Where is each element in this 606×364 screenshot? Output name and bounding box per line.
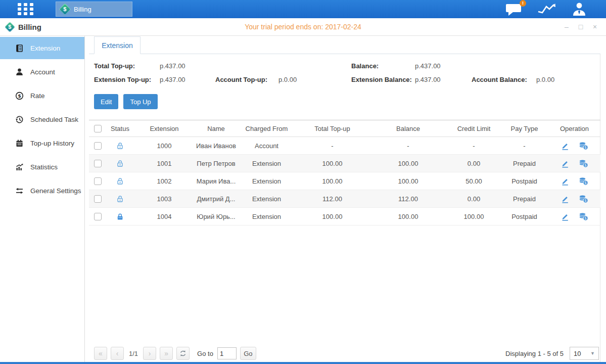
table-header-row: Status Extension Name Charged From Total… xyxy=(89,120,600,137)
billing-app-icon: $ xyxy=(59,3,71,15)
refresh-icon xyxy=(179,350,187,357)
go-button[interactable]: Go xyxy=(240,347,256,360)
extensions-table: Status Extension Name Charged From Total… xyxy=(89,120,600,225)
column-header-name[interactable]: Name xyxy=(195,120,238,137)
column-header-balance[interactable]: Balance xyxy=(369,120,447,137)
sidebar-item-label: General Settings xyxy=(30,187,81,195)
goto-page-input[interactable] xyxy=(217,347,237,359)
svg-text:$: $ xyxy=(584,163,586,167)
column-header-operation: Operation xyxy=(548,120,600,137)
row-checkbox[interactable] xyxy=(94,195,102,203)
cell-charged-from: Extension xyxy=(238,190,296,208)
cell-name: Юрий Юрь... xyxy=(195,208,238,225)
sidebar-item-account[interactable]: Account xyxy=(0,61,84,83)
minimize-button[interactable]: – xyxy=(562,22,572,32)
lock-open-status-icon xyxy=(116,177,124,186)
edit-extension-icon[interactable] xyxy=(561,159,570,168)
column-header-total-topup[interactable]: Total Top-up xyxy=(296,120,369,137)
edit-extension-icon[interactable] xyxy=(561,195,570,203)
edit-extension-icon[interactable] xyxy=(561,212,570,221)
cell-pay-type: Prepaid xyxy=(500,155,548,172)
window-titlebar: $ Billing Your trial period ends on: 201… xyxy=(0,18,606,36)
close-button[interactable]: × xyxy=(590,22,600,32)
cell-extension: 1000 xyxy=(134,137,195,155)
cell-extension: 1004 xyxy=(134,208,195,225)
top-up-extension-icon[interactable]: $ xyxy=(579,142,588,150)
refresh-button[interactable] xyxy=(176,347,190,360)
cell-credit-limit: 50.00 xyxy=(447,172,500,190)
column-header-charged-from[interactable]: Charged From xyxy=(238,120,296,137)
cell-name: Иван Иванов xyxy=(195,137,238,155)
cell-total-topup: 100.00 xyxy=(296,172,369,190)
lock-open-status-icon xyxy=(116,195,124,203)
edit-button[interactable]: Edit xyxy=(94,94,118,109)
row-checkbox[interactable] xyxy=(94,213,102,220)
cell-balance: 100.00 xyxy=(369,155,447,172)
table-row[interactable]: 1003 Дмитрий Д... Extension 112.00 112.0… xyxy=(89,190,600,208)
sidebar-item-general-settings[interactable]: General Settings xyxy=(0,179,84,202)
column-header-pay-type[interactable]: Pay Type xyxy=(500,120,548,137)
cell-total-topup: - xyxy=(296,137,369,155)
page-indicator: 1/1 xyxy=(129,350,138,357)
cell-credit-limit: 0.00 xyxy=(447,155,500,172)
tab-strip: Extension xyxy=(89,36,600,54)
notification-badge: ! xyxy=(520,0,526,7)
goto-label: Go to xyxy=(197,350,213,357)
apps-grid-icon[interactable] xyxy=(17,3,34,16)
top-up-extension-icon[interactable]: $ xyxy=(579,177,588,186)
edit-extension-icon[interactable] xyxy=(561,142,570,150)
sidebar-item-statistics[interactable]: Statistics xyxy=(0,156,84,178)
cell-charged-from: Extension xyxy=(238,208,296,225)
person-icon xyxy=(15,68,24,76)
row-checkbox[interactable] xyxy=(94,142,102,150)
cell-credit-limit: 100.00 xyxy=(447,208,500,225)
top-up-button[interactable]: Top Up xyxy=(123,94,157,109)
user-account-icon[interactable] xyxy=(571,2,588,16)
first-page-button[interactable]: « xyxy=(94,347,107,360)
cell-name: Мария Ива... xyxy=(195,172,238,190)
sidebar-item-label: Statistics xyxy=(30,163,58,171)
cell-balance: 112.00 xyxy=(369,190,447,208)
table-row[interactable]: 1001 Петр Петров Extension 100.00 100.00… xyxy=(89,155,600,172)
cell-name: Дмитрий Д... xyxy=(195,190,238,208)
table-row[interactable]: 1004 Юрий Юрь... Extension 100.00 100.00… xyxy=(89,208,600,225)
next-page-button[interactable]: › xyxy=(143,347,156,360)
cell-total-topup: 100.00 xyxy=(296,208,369,225)
sidebar-item-extension[interactable]: Extension xyxy=(0,37,84,59)
row-checkbox[interactable] xyxy=(94,177,102,185)
row-checkbox[interactable] xyxy=(94,160,102,167)
extension-balance-label: Extension Balance: xyxy=(351,76,415,83)
table-row[interactable]: 1000 Иван Иванов Account - - - - xyxy=(89,137,600,155)
taskbar-billing-item[interactable]: $ Billing xyxy=(56,2,132,17)
extension-balance-value: p.437.00 xyxy=(415,76,472,83)
table-row[interactable]: 1002 Мария Ива... Extension 100.00 100.0… xyxy=(89,172,600,190)
sidebar-item-rate[interactable]: $ Rate xyxy=(0,84,84,107)
select-all-checkbox[interactable] xyxy=(94,125,102,132)
cell-pay-type: Postpaid xyxy=(500,208,548,225)
column-header-extension[interactable]: Extension xyxy=(134,120,195,137)
column-header-credit-limit[interactable]: Credit Limit xyxy=(447,120,500,137)
maximize-button[interactable]: □ xyxy=(576,22,586,32)
lock-closed-status-icon xyxy=(116,212,124,221)
total-topup-value: p.437.00 xyxy=(160,62,215,70)
sidebar-item-scheduled-task[interactable]: Scheduled Task xyxy=(0,108,84,130)
sidebar-item-topup-history[interactable]: Top-up History xyxy=(0,132,84,154)
pagination-bar: « ‹ 1/1 › » Go to Go xyxy=(94,347,600,360)
top-up-extension-icon[interactable]: $ xyxy=(579,212,588,221)
top-up-extension-icon[interactable]: $ xyxy=(579,159,588,168)
edit-extension-icon[interactable] xyxy=(561,177,570,186)
cell-pay-type: - xyxy=(500,137,548,155)
account-topup-value: p.0.00 xyxy=(278,76,351,83)
previous-page-button[interactable]: ‹ xyxy=(111,347,124,360)
notifications-icon[interactable]: ! xyxy=(505,3,523,16)
account-balance-label: Account Balance: xyxy=(472,76,536,83)
resource-monitor-icon[interactable] xyxy=(537,3,556,16)
cell-balance: - xyxy=(369,137,447,155)
column-header-status[interactable]: Status xyxy=(106,120,134,137)
sidebar-item-label: Rate xyxy=(30,92,45,100)
last-page-button[interactable]: » xyxy=(160,347,173,360)
page-size-select[interactable]: 10 ▼ xyxy=(570,347,599,360)
top-up-extension-icon[interactable]: $ xyxy=(579,195,588,203)
history-clock-icon xyxy=(15,115,24,124)
tab-extension[interactable]: Extension xyxy=(94,36,141,54)
